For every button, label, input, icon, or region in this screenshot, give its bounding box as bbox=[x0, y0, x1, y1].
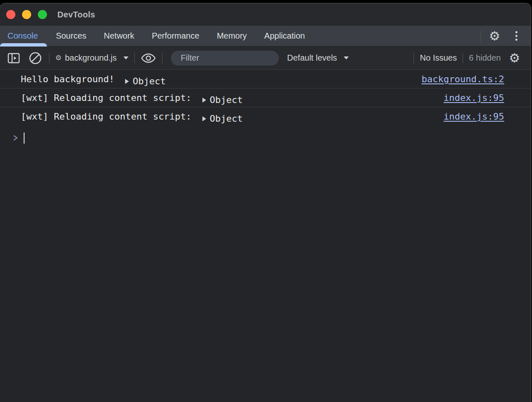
source-link[interactable]: index.js:95 bbox=[443, 111, 504, 122]
kebab-menu-icon bbox=[515, 31, 517, 41]
separator bbox=[463, 53, 463, 64]
tab-sources-label: Sources bbox=[56, 31, 86, 41]
prompt-chevron-icon bbox=[12, 134, 19, 142]
disclosure-triangle-icon bbox=[202, 98, 206, 103]
execution-context-selector[interactable]: ⚙ background.js bbox=[55, 53, 128, 63]
tab-sources[interactable]: Sources bbox=[47, 26, 95, 46]
chevron-down-icon bbox=[344, 56, 349, 59]
separator bbox=[162, 53, 163, 64]
text-cursor bbox=[24, 132, 25, 144]
chevron-down-icon bbox=[123, 56, 128, 59]
console-settings-button[interactable]: ⚙ bbox=[507, 50, 522, 66]
message-text: [wxt] Reloading content script: bbox=[21, 111, 192, 122]
filter-box[interactable] bbox=[171, 51, 279, 66]
console-sidebar-toggle-button[interactable] bbox=[6, 50, 22, 66]
tab-network[interactable]: Network bbox=[95, 26, 143, 46]
traffic-lights bbox=[6, 10, 47, 19]
eye-icon bbox=[141, 53, 156, 64]
tab-network-label: Network bbox=[104, 31, 134, 41]
log-levels-selector[interactable]: Default levels bbox=[287, 53, 349, 63]
tab-console-label: Console bbox=[7, 31, 38, 41]
disclosure-triangle-icon bbox=[202, 116, 206, 121]
clear-ban-icon bbox=[29, 51, 42, 65]
issues-status[interactable]: No Issues bbox=[420, 53, 457, 63]
object-expander[interactable]: Object bbox=[202, 113, 243, 124]
hidden-messages-count[interactable]: 6 hidden bbox=[469, 53, 501, 63]
live-expression-button[interactable] bbox=[140, 50, 156, 66]
console-toolbar: ⚙ background.js Default levels No Issues bbox=[0, 47, 531, 70]
tab-performance[interactable]: Performance bbox=[143, 26, 208, 46]
sidebar-panel-icon bbox=[7, 53, 20, 64]
separator bbox=[480, 31, 481, 42]
close-window-button[interactable] bbox=[6, 10, 15, 19]
tab-memory[interactable]: Memory bbox=[208, 26, 256, 46]
tab-application[interactable]: Application bbox=[256, 26, 314, 46]
settings-button[interactable]: ⚙ bbox=[487, 28, 502, 44]
tab-memory-label: Memory bbox=[217, 31, 247, 41]
console-message: Hello background! Object background.ts:2 bbox=[0, 70, 531, 88]
context-label: background.js bbox=[65, 53, 117, 63]
console-message: [wxt] Reloading content script: Object i… bbox=[0, 88, 531, 107]
object-label: Object bbox=[210, 95, 243, 105]
window-title: DevTools bbox=[57, 10, 95, 20]
object-label: Object bbox=[210, 113, 243, 124]
tab-console[interactable]: Console bbox=[0, 26, 47, 46]
zoom-window-button[interactable] bbox=[38, 10, 47, 19]
title-bar: DevTools bbox=[0, 3, 531, 26]
tab-application-label: Application bbox=[264, 31, 305, 41]
log-levels-label: Default levels bbox=[287, 53, 337, 63]
separator bbox=[134, 53, 135, 64]
console-prompt[interactable] bbox=[0, 131, 531, 145]
panel-tab-bar: Console Sources Network Performance Memo… bbox=[0, 26, 531, 47]
tab-performance-label: Performance bbox=[152, 31, 200, 41]
context-gear-icon: ⚙ bbox=[55, 54, 62, 61]
source-link[interactable]: background.ts:2 bbox=[421, 74, 504, 84]
separator bbox=[414, 53, 414, 64]
more-options-button[interactable] bbox=[508, 28, 524, 44]
message-text: [wxt] Reloading content script: bbox=[21, 93, 192, 103]
filter-input[interactable] bbox=[181, 53, 291, 63]
console-messages: Hello background! Object background.ts:2… bbox=[0, 70, 531, 145]
object-expander[interactable]: Object bbox=[125, 76, 165, 86]
object-label: Object bbox=[133, 76, 165, 86]
source-link[interactable]: index.js:95 bbox=[443, 93, 504, 103]
disclosure-triangle-icon bbox=[125, 79, 129, 84]
minimize-window-button[interactable] bbox=[22, 10, 31, 19]
clear-console-button[interactable] bbox=[27, 50, 43, 66]
gear-icon: ⚙ bbox=[489, 30, 500, 42]
console-message: [wxt] Reloading content script: Object i… bbox=[0, 107, 531, 125]
devtools-window: DevTools Console Sources Network Perform… bbox=[0, 3, 531, 402]
object-expander[interactable]: Object bbox=[202, 95, 243, 105]
separator bbox=[49, 53, 49, 64]
gear-icon: ⚙ bbox=[509, 52, 520, 64]
message-text: Hello background! bbox=[21, 74, 114, 84]
